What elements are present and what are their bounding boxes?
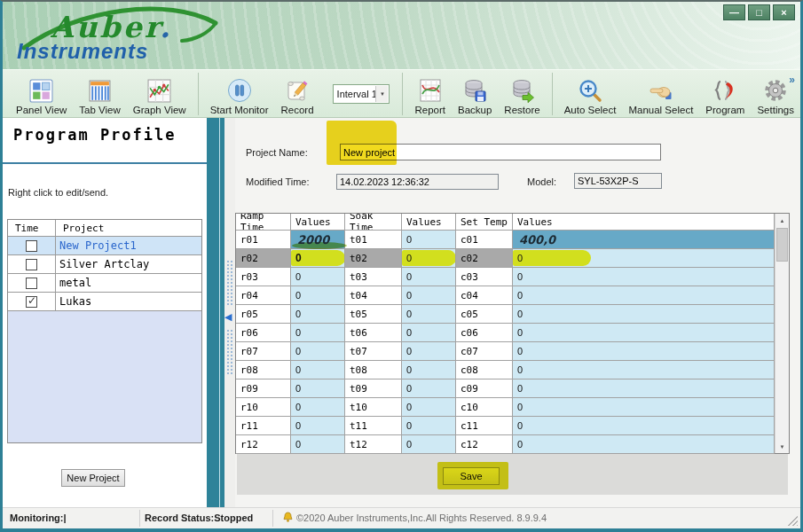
step-label-cell: r06 — [236, 324, 291, 342]
statusbar: Monitoring:| Record Status:Stopped ©2020… — [3, 507, 800, 528]
manual-select-button[interactable]: Manual Select — [625, 72, 697, 116]
program-icon — [712, 78, 737, 103]
manual-select-icon — [649, 78, 673, 103]
new-project-button[interactable]: New Project — [61, 469, 125, 487]
toolbar-label: Program — [705, 105, 744, 115]
maximize-button[interactable]: □ — [748, 4, 770, 20]
tab-view-button[interactable]: Tab View — [75, 72, 123, 116]
value-cell[interactable]: 0 — [513, 268, 775, 286]
value-cell[interactable]: 0 — [513, 249, 775, 268]
value-cell[interactable]: 0 — [291, 268, 345, 286]
value-cell[interactable]: 0 — [402, 286, 456, 305]
project-name[interactable]: Lukas — [56, 293, 201, 310]
interval-dropdown[interactable]: Interval 1mi ▼ — [333, 84, 390, 104]
toolbar-label: Record — [281, 105, 314, 115]
toolbar-overflow-chevron[interactable]: » — [789, 74, 795, 86]
value-cell[interactable]: 0 — [513, 435, 775, 454]
scroll-down-icon[interactable]: ▼ — [775, 440, 789, 453]
value-cell[interactable]: 0 — [513, 417, 775, 435]
model-label: Model: — [527, 176, 556, 187]
value-cell[interactable]: 0 — [291, 379, 345, 398]
splitter-dots — [226, 260, 233, 306]
value-cell[interactable]: 0 — [402, 342, 456, 361]
time-checkbox[interactable] — [26, 296, 37, 308]
value-cell[interactable]: 0 — [402, 361, 456, 379]
model-field[interactable]: SYL-53X2P-S — [574, 173, 662, 189]
project-list-item[interactable]: Lukas — [8, 293, 201, 311]
value-cell[interactable]: 0 — [402, 417, 456, 435]
step-label-cell: c07 — [456, 342, 513, 361]
value-cell[interactable]: 0 — [402, 249, 456, 268]
splitter-bar[interactable] — [207, 118, 224, 507]
value-cell[interactable]: 0 — [291, 324, 345, 342]
auto-select-button[interactable]: Auto Select — [561, 72, 620, 116]
value-cell[interactable]: 0 — [402, 379, 456, 398]
value-cell[interactable]: 0 — [513, 361, 775, 379]
project-list-item[interactable]: New Project1 — [8, 237, 201, 255]
value-cell[interactable]: 0 — [402, 231, 456, 249]
table-scrollbar[interactable]: ▲ ▼ — [775, 214, 789, 453]
restore-button[interactable]: Restore — [500, 72, 543, 116]
scrollbar-thumb[interactable] — [776, 228, 788, 262]
auto-select-icon — [578, 78, 602, 103]
modified-time-field[interactable]: 14.02.2023 12:36:32 — [336, 174, 499, 190]
project-name[interactable]: metal — [56, 274, 201, 292]
step-label-cell: c06 — [456, 324, 513, 342]
value-cell[interactable]: 0 — [513, 286, 775, 305]
scroll-up-icon[interactable]: ▲ — [775, 214, 789, 227]
value-cell[interactable]: 0 — [291, 286, 345, 305]
step-label-cell: r11 — [236, 417, 291, 435]
value-cell[interactable]: 0 — [402, 398, 456, 417]
project-name-input[interactable]: New project — [340, 144, 661, 160]
dropdown-arrow-icon[interactable]: ▼ — [375, 86, 388, 102]
value-cell[interactable]: 0 — [291, 398, 345, 417]
record-button[interactable]: Record — [278, 72, 318, 116]
collapse-arrow-icon[interactable]: ◀ — [224, 311, 232, 323]
minimize-button[interactable]: — — [723, 4, 745, 20]
value-cell[interactable]: 0 — [513, 324, 775, 342]
value-cell[interactable]: 0 — [513, 379, 775, 398]
splitter-handle[interactable]: ◀ — [224, 118, 235, 507]
resize-grip[interactable] — [788, 516, 798, 526]
backup-button[interactable]: Backup — [454, 72, 495, 116]
value-cell[interactable]: 0 — [291, 249, 345, 268]
time-checkbox[interactable] — [26, 240, 37, 252]
value-cell[interactable]: 0 — [513, 305, 775, 324]
panel-view-button[interactable]: Panel View — [12, 72, 70, 116]
value-cell[interactable]: 0 — [402, 268, 456, 286]
graph-view-button[interactable]: Graph View — [130, 72, 190, 116]
value-cell[interactable]: 0 — [291, 417, 345, 435]
value-cell[interactable]: 0 — [402, 324, 456, 342]
value-cell[interactable]: 0 — [291, 305, 345, 324]
close-button[interactable]: × — [773, 4, 795, 20]
start-monitor-button[interactable]: Start Monitor — [207, 72, 272, 116]
value-cell[interactable]: 400,0 — [513, 231, 775, 249]
step-label-cell: c03 — [456, 268, 513, 286]
monitoring-status: Monitoring:| — [10, 512, 67, 523]
time-checkbox[interactable] — [26, 278, 37, 289]
step-label-cell: c05 — [456, 305, 513, 324]
app-window: Auber. Instruments — □ × Panel View — [0, 0, 803, 532]
value-cell[interactable]: 2000 — [291, 231, 345, 249]
value-cell[interactable]: 0 — [291, 435, 345, 454]
report-button[interactable]: Report — [411, 72, 449, 116]
value-cell[interactable]: 0 — [291, 361, 345, 379]
toolbar-separator — [402, 73, 403, 115]
project-name[interactable]: New Project1 — [56, 237, 201, 254]
table-header-cell: Soak Time — [345, 214, 402, 231]
project-list-item[interactable]: Silver Artclay — [8, 255, 201, 274]
step-label-cell: t08 — [345, 361, 402, 379]
step-label-cell: r08 — [236, 361, 291, 379]
time-column-header: Time — [8, 220, 56, 236]
value-cell[interactable]: 0 — [513, 342, 775, 361]
time-checkbox[interactable] — [26, 259, 37, 270]
value-cell[interactable]: 0 — [291, 342, 345, 361]
project-name[interactable]: Silver Artclay — [56, 255, 201, 273]
value-cell[interactable]: 0 — [513, 398, 775, 417]
value-cell[interactable]: 0 — [402, 305, 456, 324]
value-cell[interactable]: 0 — [402, 435, 456, 454]
save-button[interactable]: Save — [443, 467, 500, 485]
program-button[interactable]: Program — [702, 72, 748, 116]
project-list-item[interactable]: metal — [8, 274, 201, 293]
statusbar-separator — [272, 510, 273, 527]
